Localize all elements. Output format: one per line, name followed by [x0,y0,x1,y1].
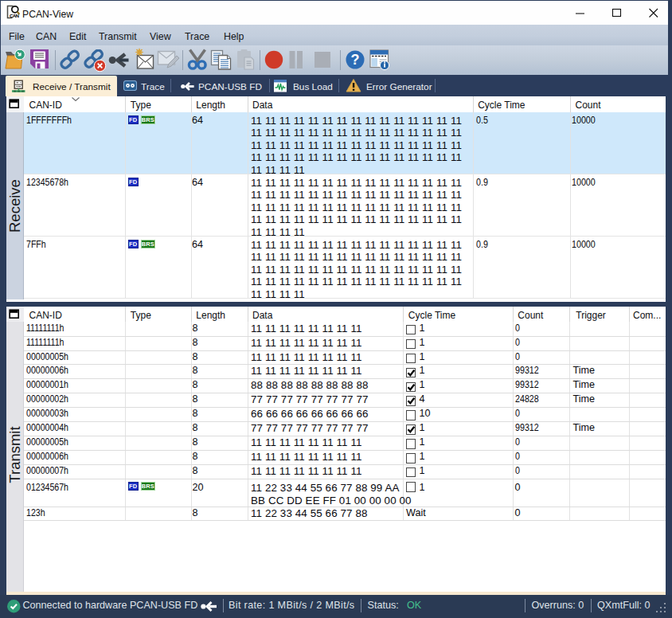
svg-text:?: ? [351,52,360,68]
svg-text:CAN: CAN [10,13,20,18]
